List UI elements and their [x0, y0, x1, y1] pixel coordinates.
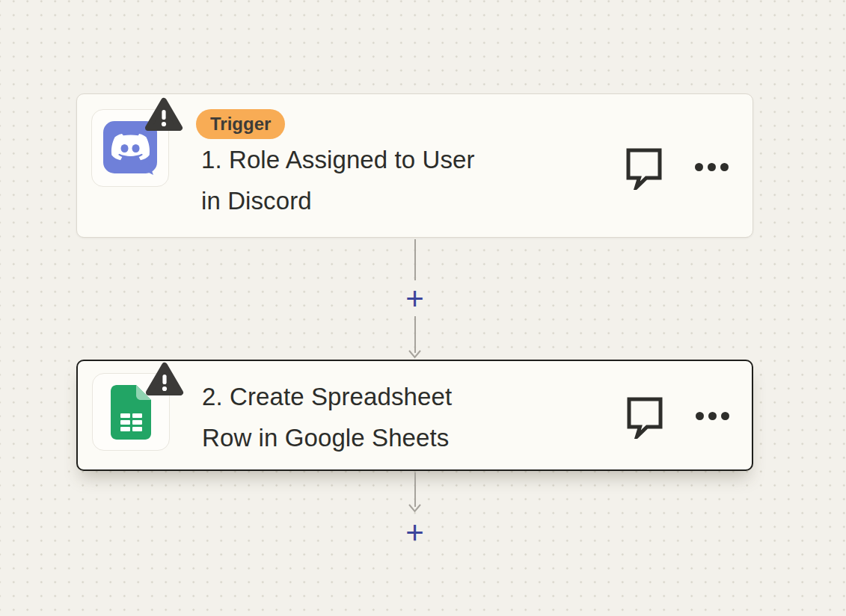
comment-icon [625, 395, 664, 439]
arrow-down-icon [408, 503, 422, 513]
warning-icon [144, 97, 183, 132]
comment-button[interactable] [625, 395, 664, 439]
connector-line [414, 316, 416, 353]
step-card-trigger[interactable]: Trigger 1. Role Assigned to User in Disc… [76, 93, 753, 238]
connector-line [414, 239, 416, 280]
comment-icon [625, 147, 663, 190]
step-title: 1. Role Assigned to User in Discord [201, 139, 475, 221]
ellipsis-icon [721, 412, 729, 420]
step-card-action[interactable]: 2. Create Spreadsheet Row in Google Shee… [76, 360, 753, 471]
trigger-badge: Trigger [196, 109, 285, 139]
more-options-button[interactable] [689, 152, 734, 182]
ellipsis-icon [708, 163, 716, 171]
connector-line [414, 472, 416, 507]
plus-icon: + [405, 517, 424, 549]
warning-icon [145, 362, 184, 396]
ellipsis-icon [708, 412, 717, 420]
comment-button[interactable] [625, 147, 663, 190]
ellipsis-icon [696, 412, 704, 420]
more-options-button[interactable] [690, 401, 735, 431]
arrow-down-icon [408, 349, 422, 359]
ellipsis-icon [695, 163, 703, 171]
plus-icon: + [405, 283, 424, 315]
step-title: 2. Create Spreadsheet Row in Google Shee… [202, 376, 452, 458]
add-step-button[interactable]: + [399, 283, 430, 314]
add-step-button[interactable]: + [399, 517, 430, 548]
ellipsis-icon [720, 163, 729, 171]
workflow-canvas[interactable]: Trigger 1. Role Assigned to User in Disc… [0, 0, 846, 616]
